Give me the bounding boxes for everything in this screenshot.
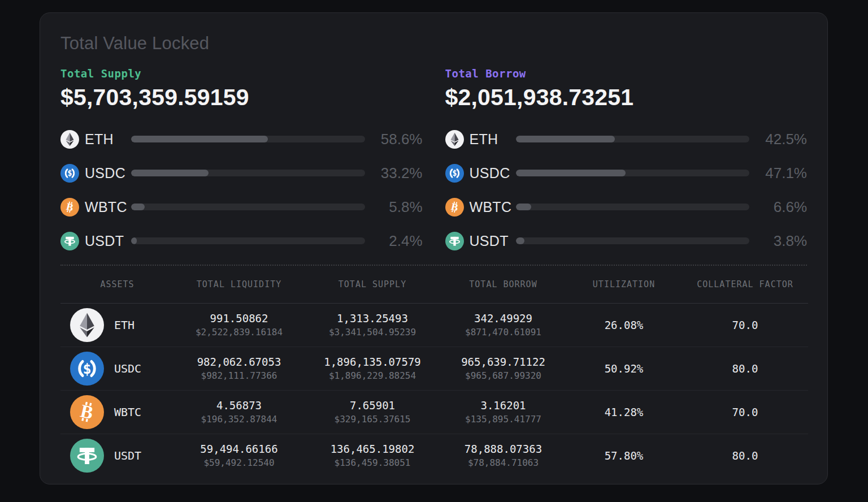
header-total-supply: TOTAL SUPPLY: [304, 266, 441, 303]
collateral-factor-value: 70.0: [732, 406, 758, 418]
liquidity-usd: $196,352.87844: [174, 413, 304, 426]
liquidity-usd: $982,111.77366: [174, 370, 304, 382]
utilization-value: 41.28%: [605, 406, 644, 418]
supply-bar-row-wbtc: WBTC 5.8%: [60, 190, 423, 224]
borrow-value: 78,888.07363: [441, 442, 566, 457]
borrow-bars: ETH 42.5% USDC 47.1% WBTC 6.6%: [445, 122, 808, 258]
progress-bar: [516, 170, 750, 176]
page-title: Total Value Locked: [60, 33, 807, 54]
borrow-value: 965,639.71122: [441, 355, 566, 370]
borrow-usd: $135,895.41777: [441, 413, 566, 426]
collateral-factor-value: 80.0: [732, 362, 758, 375]
supply-value: 1,896,135.07579: [304, 355, 441, 370]
progress-fill: [516, 204, 531, 210]
asset-percent: 33.2%: [365, 165, 423, 182]
table-row-usdc: USDC 982,062.67053 $982,111.77366 1,896,…: [60, 347, 808, 390]
progress-fill: [131, 204, 145, 210]
progress-bar: [131, 136, 365, 142]
asset-percent: 6.6%: [749, 198, 807, 216]
progress-bar: [131, 204, 365, 210]
progress-fill: [516, 136, 615, 142]
header-total-liquidity: TOTAL LIQUIDITY: [174, 266, 304, 303]
asset-symbol: ETH: [85, 131, 131, 148]
asset-percent: 47.1%: [749, 165, 807, 182]
asset-percent: 42.5%: [749, 131, 807, 148]
progress-bar: [516, 204, 750, 210]
liquidity-usd: $59,492.12540: [174, 457, 304, 469]
usdt-icon: [60, 232, 79, 250]
liquidity-usd: $2,522,839.16184: [174, 326, 304, 339]
wbtc-icon: [60, 198, 79, 217]
wbtc-icon: [70, 395, 104, 429]
borrow-usd: $871,470.61091: [441, 326, 566, 339]
header-collateral-factor: COLLATERAL FACTOR: [682, 266, 808, 303]
collateral-factor-value: 70.0: [732, 319, 758, 331]
table-row-eth: ETH 991.50862 $2,522,839.16184 1,313.254…: [60, 303, 808, 347]
tvl-card: Total Value Locked Total Supply $5,703,3…: [40, 12, 828, 484]
asset-name: USDC: [114, 362, 141, 375]
eth-icon: [445, 130, 464, 149]
borrow-usd: $78,884.71063: [441, 457, 566, 469]
supply-bar-row-usdc: USDC 33.2%: [60, 156, 423, 190]
usdt-icon: [445, 232, 464, 250]
total-supply-column: Total Supply $5,703,359.59159 ETH 58.6% …: [60, 67, 423, 258]
asset-percent: 58.6%: [365, 131, 423, 148]
progress-bar: [131, 170, 365, 176]
supply-usd: $3,341,504.95239: [304, 326, 441, 339]
supply-bar-row-usdt: USDT 2.4%: [60, 224, 423, 258]
liquidity-value: 59,494.66166: [174, 442, 304, 457]
borrow-usd: $965,687.99320: [441, 370, 566, 382]
total-supply-value: $5,703,359.59159: [60, 84, 423, 111]
supply-value: 1,313.25493: [304, 311, 441, 326]
borrow-bar-row-usdc: USDC 47.1%: [445, 156, 808, 190]
asset-symbol: WBTC: [470, 199, 516, 215]
eth-icon: [60, 130, 79, 149]
progress-fill: [131, 136, 268, 142]
table-row-usdt: USDT 59,494.66166 $59,492.12540 136,465.…: [60, 434, 808, 477]
usdt-icon: [70, 439, 104, 473]
asset-name: ETH: [114, 318, 134, 332]
usdc-icon: [70, 352, 104, 386]
header-total-borrow: TOTAL BORROW: [441, 266, 566, 303]
utilization-value: 26.08%: [605, 319, 644, 331]
asset-percent: 5.8%: [365, 198, 423, 216]
progress-fill: [516, 237, 525, 244]
usdc-icon: [60, 164, 79, 183]
supply-usd: $1,896,229.88254: [304, 370, 441, 382]
utilization-value: 50.92%: [605, 362, 644, 375]
total-supply-label: Total Supply: [60, 67, 423, 80]
supply-usd: $136,459.38051: [304, 457, 441, 469]
supply-value: 7.65901: [304, 399, 441, 413]
eth-icon: [70, 308, 104, 342]
asset-symbol: USDT: [470, 233, 516, 249]
borrow-bar-row-usdt: USDT 3.8%: [445, 224, 808, 258]
asset-symbol: ETH: [470, 131, 516, 148]
asset-name: USDT: [114, 449, 141, 462]
asset-percent: 2.4%: [365, 232, 423, 250]
borrow-bar-row-eth: ETH 42.5%: [445, 122, 808, 156]
borrow-value: 342.49929: [441, 311, 566, 326]
borrow-value: 3.16201: [441, 399, 566, 413]
supply-value: 136,465.19802: [304, 442, 441, 457]
header-utilization: UTILIZATION: [566, 266, 682, 303]
supply-bar-row-eth: ETH 58.6%: [60, 122, 423, 156]
header-assets: ASSETS: [60, 266, 174, 303]
table-row-wbtc: WBTC 4.56873 $196,352.87844 7.65901 $329…: [60, 390, 808, 434]
total-borrow-label: Total Borrow: [445, 67, 808, 80]
progress-fill: [131, 237, 137, 244]
supply-bars: ETH 58.6% USDC 33.2% WBTC 5.8%: [60, 122, 423, 258]
usdc-icon: [445, 164, 464, 183]
supply-usd: $329,165.37615: [304, 413, 441, 426]
progress-bar: [516, 237, 750, 244]
assets-table: ASSETS TOTAL LIQUIDITY TOTAL SUPPLY TOTA…: [60, 266, 808, 477]
total-borrow-column: Total Borrow $2,051,938.73251 ETH 42.5% …: [445, 67, 808, 258]
progress-bar: [516, 136, 750, 142]
progress-fill: [131, 170, 209, 176]
table-header-row: ASSETS TOTAL LIQUIDITY TOTAL SUPPLY TOTA…: [60, 266, 808, 303]
summary-section: Total Supply $5,703,359.59159 ETH 58.6% …: [60, 67, 807, 258]
progress-fill: [516, 170, 626, 176]
borrow-bar-row-wbtc: WBTC 6.6%: [445, 190, 808, 224]
wbtc-icon: [445, 198, 464, 217]
asset-percent: 3.8%: [749, 232, 807, 250]
total-borrow-value: $2,051,938.73251: [445, 84, 808, 111]
